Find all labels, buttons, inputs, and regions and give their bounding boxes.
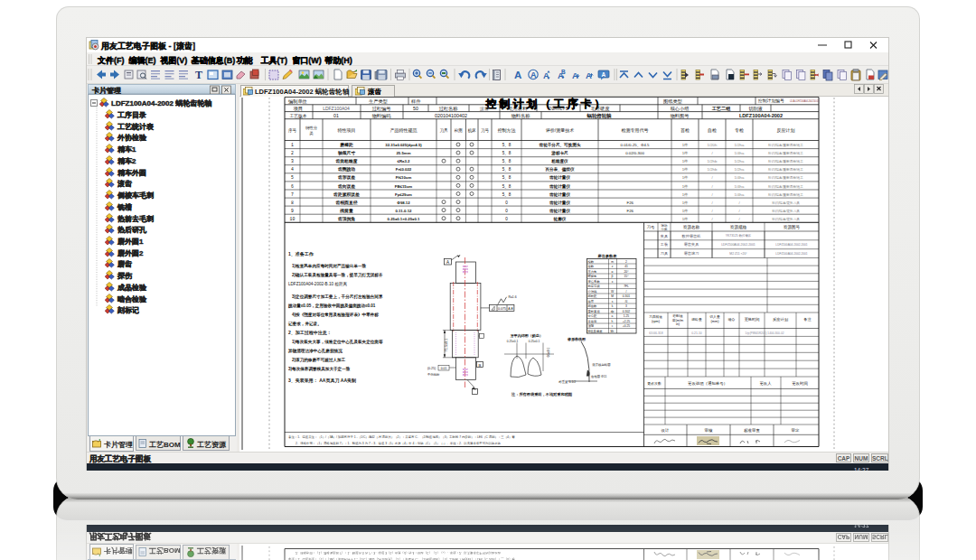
svg-text:Mr: Mr <box>611 330 615 333</box>
svg-text:0.25±0.1×0.25±0.1: 0.25±0.1×0.25±0.1 <box>388 217 421 221</box>
svg-text:齿轮计量仪: 齿轮计量仪 <box>549 208 570 214</box>
svg-text:齿顶倒角: 齿顶倒角 <box>337 216 355 222</box>
svg-text:1)检查风单内应每时间对产品输出单一致: 1)检查风单内应每时间对产品输出单一致 <box>292 263 367 269</box>
svg-text:粗糙度仪: 粗糙度仪 <box>550 158 568 164</box>
svg-text:齿向误差: 齿向误差 <box>337 183 355 190</box>
svg-text:2)确认工装及检验量具等一致，提早刀灯无误标齐: 2)确认工装及检验量具等一致，提早刀灯无误标齐 <box>292 272 383 278</box>
svg-text:α: α <box>612 270 614 274</box>
svg-text:Ff≤10um: Ff≤10um <box>396 175 412 180</box>
svg-text:毛坯硬度: 毛坯硬度 <box>591 106 611 112</box>
svg-text:1: 1 <box>291 143 294 147</box>
svg-text:标识/隔离/更换刀具: 标识/隔离/更换刀具 <box>771 209 800 213</box>
svg-text:注：所有图袋重组，不清对重和稍期: 注：所有图袋重组，不清对重和稍期 <box>511 392 572 397</box>
svg-text:残留量: 残留量 <box>339 208 353 214</box>
svg-text:磨齿滚刀: 磨齿滚刀 <box>684 251 699 256</box>
svg-text:(rpm): (rpm) <box>652 320 661 323</box>
svg-text:跨齿数: 跨齿数 <box>588 304 598 308</box>
svg-text:中心距: 中心距 <box>588 313 598 318</box>
svg-text:工艺版本: 工艺版本 <box>289 113 306 118</box>
svg-text:齿轮计量仪: 齿轮计量仪 <box>549 191 570 198</box>
svg-text:A: A <box>514 70 521 80</box>
svg-text:3: 3 <box>625 304 627 308</box>
svg-text:齿根圆直径: 齿根圆直径 <box>335 200 358 206</box>
svg-text:01: 01 <box>333 113 339 118</box>
svg-text:63.66-318: 63.66-318 <box>649 331 662 335</box>
svg-text:0: 0 <box>505 217 508 221</box>
svg-text:LDFZ100A04-2002-2001: LDFZ100A04-2002-2001 <box>721 243 755 247</box>
svg-text:50: 50 <box>413 106 418 111</box>
svg-text:1/4ha: 1/4ha <box>735 175 745 180</box>
svg-text:齿根圆 Φ11: 齿根圆 Φ11 <box>591 375 606 378</box>
svg-text:齿轮计量仪: 齿轮计量仪 <box>549 174 570 181</box>
svg-text:资源规格: 资源规格 <box>730 224 747 230</box>
svg-text:标识/隔离/重新调整/返工: 标识/隔离/重新调整/返工 <box>767 184 803 189</box>
svg-text:模数: 模数 <box>588 260 595 264</box>
svg-text:游标卡尺: 游标卡尺 <box>550 150 568 156</box>
svg-text:样件: 样件 <box>411 98 421 104</box>
svg-text:5、8: 5、8 <box>502 175 511 180</box>
svg-text:分类: 分类 <box>662 228 668 231</box>
svg-text:≠2.25: ≠2.25 <box>623 320 630 323</box>
svg-text:更改次数: 更改次数 <box>647 381 662 386</box>
svg-text:10: 10 <box>290 217 296 221</box>
svg-text:审定: 审定 <box>792 428 800 433</box>
svg-text:15°: 15° <box>624 275 630 278</box>
svg-text:标识/隔离/重新调整/返工: 标识/隔离/重新调整/返工 <box>767 159 803 163</box>
svg-text:3、夹装采用： AA页具刀 AA夹制: 3、夹装采用： AA页具刀 AA夹制 <box>288 378 356 384</box>
svg-text:标识/隔离/重新调整/返工: 标识/隔离/重新调整/返工 <box>767 175 803 180</box>
svg-text:牙甲内结图（斜边）: 牙甲内结图（斜边） <box>510 333 543 339</box>
svg-text:5、8: 5、8 <box>502 184 511 189</box>
svg-text:顶隙: 顶隙 <box>588 323 595 328</box>
svg-text:20°: 20° <box>624 270 630 274</box>
svg-text:啮合: 啮合 <box>728 317 736 322</box>
svg-text:/: / <box>711 217 713 221</box>
svg-text:β: β <box>612 275 614 278</box>
svg-text:0: 0 <box>505 201 508 205</box>
svg-text:更改说明（通知单号）: 更改说明（通知单号） <box>688 380 727 386</box>
svg-text:更改人: 更改人 <box>759 381 772 386</box>
svg-text:备注: 备注 <box>803 317 812 322</box>
svg-text:2: 2 <box>625 260 627 264</box>
svg-text:/: / <box>711 201 713 205</box>
svg-text:≠0.25: ≠0.25 <box>623 324 630 328</box>
svg-text:齿形误差: 齿形误差 <box>337 174 355 180</box>
svg-text:3)每次保养调整模具加大于定一致: 3)每次保养调整模具加大于定一致 <box>288 366 351 372</box>
svg-text:资源名称: 资源名称 <box>683 224 700 229</box>
svg-text:1件: 1件 <box>682 217 689 221</box>
svg-text:3: 3 <box>291 159 294 163</box>
svg-text:精度等级: 精度等级 <box>588 285 601 288</box>
svg-text:/: / <box>711 184 713 189</box>
svg-text:轮廓仪: 轮廓仪 <box>553 216 567 222</box>
svg-text:刀具: 刀具 <box>661 251 668 256</box>
svg-text:过程编号: 过程编号 <box>372 106 391 111</box>
svg-text:s: s <box>612 300 614 303</box>
svg-text:机床: 机床 <box>467 128 476 133</box>
svg-text:度(m/m: 度(m/m <box>672 318 683 322</box>
svg-text:核心小组: 核心小组 <box>670 106 690 111</box>
svg-text:LDFZ100A04-2002-B.10 相距离: LDFZ100A04-2002-B.10 相距离 <box>288 282 348 287</box>
svg-text:32.31±0.025(dp=4.5): 32.31±0.025(dp=4.5) <box>385 143 422 147</box>
svg-text:1/2ha: 1/2ha <box>735 159 745 163</box>
svg-text:A-B: A-B <box>508 307 513 311</box>
svg-text:0.21-10: 0.21-10 <box>691 331 702 335</box>
svg-text:Fr≤0.022: Fr≤0.022 <box>396 167 412 172</box>
svg-text:工装: 工装 <box>660 242 668 247</box>
svg-text:0: 0 <box>505 209 508 213</box>
svg-text:7: 7 <box>291 192 294 197</box>
svg-text:数控磨齿机: 数控磨齿机 <box>682 234 701 238</box>
svg-text:齿圈跳动: 齿圈跳动 <box>337 166 355 173</box>
svg-text:2、加工过程中注意：: 2、加工过程中注意： <box>288 330 332 336</box>
svg-text:滚齿: 滚齿 <box>480 106 489 112</box>
svg-text:齿轮千分尺、可换测头: 齿轮千分尺、可换测头 <box>539 142 581 148</box>
svg-text:螺旋角: 螺旋角 <box>588 274 597 278</box>
svg-text:磨棒距: 磨棒距 <box>339 142 353 148</box>
svg-text:Fp≤29um: Fp≤29um <box>395 192 412 197</box>
svg-text:4)按《强度对等位常用及检验报评表》中零件标: 4)按《强度对等位常用及检验报评表》中零件标 <box>292 312 379 318</box>
svg-text:1/20h: 1/20h <box>708 143 718 147</box>
svg-text:轴颈尺寸: 轴颈尺寸 <box>337 150 355 156</box>
svg-text:B: B <box>479 363 482 368</box>
svg-text:6: 6 <box>291 184 294 189</box>
svg-text:2)滚刀的修磨不可超过人加工: 2)滚刀的修磨不可超过人加工 <box>292 357 346 363</box>
svg-text:1件: 1件 <box>682 209 689 213</box>
svg-text:生产类型: 生产类型 <box>369 98 389 104</box>
